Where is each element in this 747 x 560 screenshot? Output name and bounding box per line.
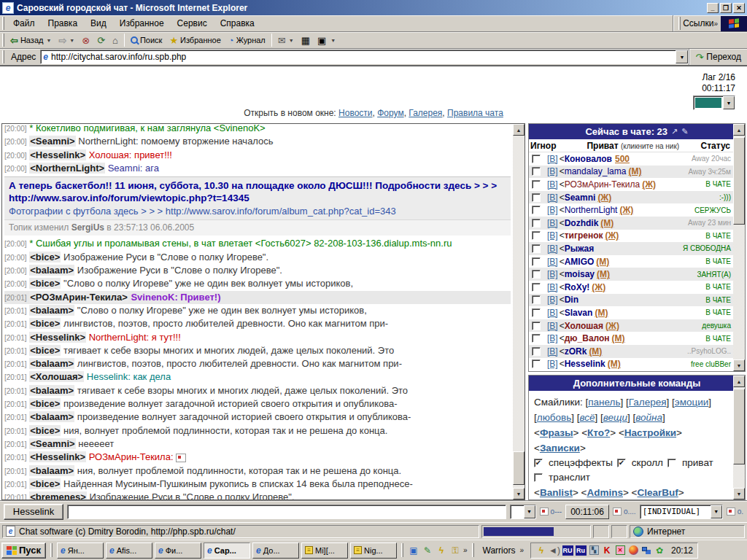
user-gender-link[interactable]: (Ж) — [605, 230, 619, 241]
keyboard-layout-ru-icon[interactable]: RU — [562, 545, 573, 556]
checkbox-приват[interactable] — [667, 459, 676, 467]
user-gender-link[interactable]: (М) — [595, 308, 608, 318]
user-nick[interactable]: дю_Валон — [565, 333, 610, 343]
userlist-scrollbar[interactable]: ▲ ▼ — [733, 124, 745, 371]
user-gender-link[interactable]: (М) — [612, 333, 625, 343]
menu-item-Вид[interactable]: Вид — [84, 17, 113, 30]
user-nick[interactable]: moisay — [565, 269, 595, 279]
message-nick[interactable]: <Холошая> — [29, 371, 84, 382]
command-link-Записки[interactable]: Записки — [540, 443, 580, 454]
user-b-link[interactable]: [В] — [547, 282, 558, 292]
user-b-link[interactable]: [В] — [547, 308, 558, 318]
user-gender-link[interactable]: (М) — [600, 218, 614, 228]
message-nick[interactable]: <NorthernLight> — [29, 163, 105, 174]
topic-link-1[interactable]: http://www.sarov.info/forum/viewtopic.ph… — [9, 192, 249, 203]
message-nick[interactable]: <balaam> — [29, 358, 74, 369]
user-gender-link[interactable]: (М) — [608, 359, 621, 369]
message-nick[interactable]: <balaam> — [29, 465, 74, 476]
user-nick[interactable]: NorthernLight — [565, 205, 618, 215]
command-link-Фразы[interactable]: Фразы — [540, 427, 573, 438]
user-ignore-checkbox[interactable] — [532, 334, 541, 343]
edit-icon[interactable]: ✎ — [681, 127, 688, 136]
chevron-down-icon[interactable]: ▼ — [524, 505, 535, 518]
taskbar-window-button[interactable]: eЯн... — [57, 542, 104, 559]
message-nick[interactable]: <bice> — [29, 478, 61, 489]
start-button[interactable]: Пуск — [1, 542, 46, 559]
popout-icon[interactable]: ↗ — [671, 127, 678, 136]
forward-button[interactable]: ⇨▼ — [55, 33, 78, 48]
user-nick[interactable]: AMIGO — [565, 257, 595, 267]
user-nick[interactable]: mandalay_lama — [565, 166, 627, 176]
smiley-link-война[interactable]: война — [635, 412, 662, 423]
editor-icon[interactable]: ✎ — [422, 545, 433, 556]
message-nick[interactable]: <РОЗмАрин-Текила> — [29, 292, 128, 303]
user-nick[interactable]: Холошая — [565, 321, 603, 331]
user-gender-link[interactable]: (Ж) — [605, 321, 619, 331]
message-nick[interactable]: <bice> — [29, 278, 61, 289]
links-toolbar[interactable]: Ссылки » — [673, 15, 721, 31]
scroll-down-icon[interactable]: ▼ — [733, 488, 745, 499]
maximize-button[interactable]: ❐ — [720, 3, 732, 13]
warriors-toolbar[interactable]: Warriors » — [479, 545, 528, 556]
user-b-link[interactable]: [В] — [547, 192, 558, 203]
stop-button[interactable]: ⊗ — [78, 33, 93, 48]
taskbar-window-button[interactable]: eДо... — [252, 542, 299, 559]
admin-link-Banlist[interactable]: Banlist — [540, 487, 573, 498]
user-nick[interactable]: РОЗмАрин-Текила — [565, 179, 640, 190]
taskbar-window-button[interactable]: eAfis... — [106, 542, 152, 559]
user-gender-link[interactable]: (Ж) — [619, 205, 633, 215]
disabled-network-icon[interactable]: ✕ — [614, 545, 626, 556]
minimize-button[interactable]: _ — [707, 3, 719, 13]
user-ignore-checkbox[interactable] — [532, 347, 541, 356]
network-computers-icon[interactable] — [640, 545, 652, 556]
scrollbar-thumb[interactable] — [733, 137, 745, 225]
user-ignore-checkbox[interactable] — [532, 359, 541, 368]
user-extra-link[interactable]: 500 — [615, 154, 630, 164]
links-label[interactable]: Ссылки — [683, 18, 713, 28]
user-ignore-checkbox[interactable] — [532, 244, 541, 253]
menu-item-Избранное[interactable]: Избранное — [113, 17, 171, 30]
scroll-up-icon[interactable]: ▲ — [513, 124, 525, 136]
user-ignore-checkbox[interactable] — [532, 283, 541, 292]
user-nick[interactable]: Din — [565, 295, 578, 305]
message-nick[interactable]: <balaam> — [29, 265, 74, 276]
remote-access-icon[interactable]: ▚ — [588, 545, 600, 556]
user-gender-link[interactable]: (М) — [589, 346, 602, 357]
message-nick[interactable]: <balaam> — [29, 385, 74, 396]
message-nick[interactable]: <Hesselink> — [29, 451, 86, 462]
title-bar[interactable]: e Саровский городской чат - Microsoft In… — [0, 0, 747, 15]
menu-item-Сервис[interactable]: Сервис — [171, 17, 214, 30]
command-link-Настройки[interactable]: Настройки — [624, 427, 676, 438]
user-ignore-checkbox[interactable] — [532, 231, 541, 240]
user-gender-link[interactable]: (Ж) — [592, 282, 605, 292]
user-b-link[interactable]: [В] — [547, 154, 558, 164]
close-button[interactable]: ✕ — [733, 3, 745, 13]
user-gender-link[interactable]: (М) — [597, 269, 610, 279]
keys-icon[interactable]: ⚿ — [449, 545, 461, 556]
chevron-right-icon[interactable]: » — [713, 20, 718, 28]
user-b-link[interactable]: [В] — [547, 205, 558, 215]
user-b-link[interactable]: [В] — [547, 218, 558, 228]
message-nick[interactable]: <bice> — [29, 425, 61, 436]
taskbar-window-button[interactable]: eСар... — [204, 542, 250, 559]
smiley-link-всё[interactable]: всё — [580, 412, 595, 423]
scrollbar-thumb[interactable] — [513, 451, 525, 485]
user-gender-link[interactable]: (Ж) — [642, 179, 656, 190]
message-input[interactable] — [67, 505, 506, 519]
user-b-link[interactable]: [В] — [547, 179, 558, 190]
sphere-icon[interactable] — [627, 545, 639, 556]
nav-link-1[interactable]: Новости — [338, 108, 372, 118]
home-button[interactable]: ⌂ — [109, 33, 122, 48]
user-nick[interactable]: RoXy! — [565, 282, 590, 292]
user-nick[interactable]: Slavan — [565, 308, 593, 318]
message-nick[interactable]: <bice> — [29, 345, 61, 356]
chevron-right-icon[interactable]: » — [463, 546, 468, 554]
message-nick[interactable]: <balaam> — [29, 305, 74, 316]
user-nick[interactable]: Hesselink — [565, 359, 605, 369]
admin-link-ClearBuf[interactable]: ClearBuf — [637, 487, 678, 498]
user-ignore-checkbox[interactable] — [532, 322, 541, 330]
address-field[interactable]: e http://citychat.sarov.info/ru.spb.php … — [40, 50, 689, 64]
chat-scrollbar[interactable]: ▲ ▼ — [513, 124, 525, 499]
checkbox-скролл[interactable]: ✔ — [617, 459, 626, 467]
favorites-button[interactable]: ★Избранное — [166, 33, 224, 48]
